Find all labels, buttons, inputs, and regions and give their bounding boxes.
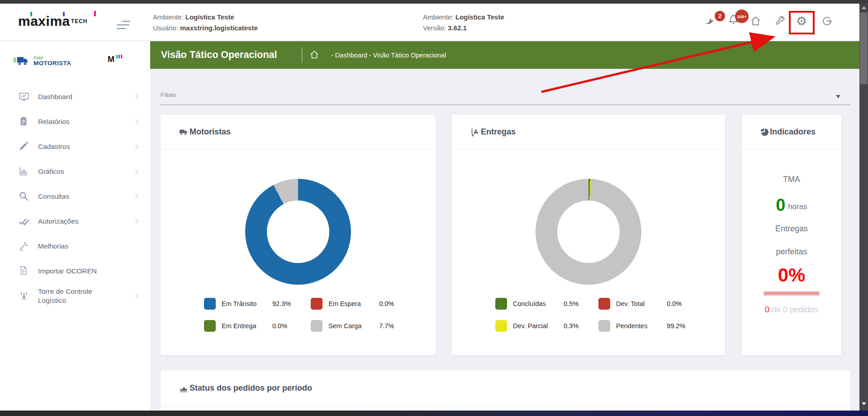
mini-m-text: M <box>108 55 114 64</box>
chevron-right-icon <box>133 169 138 174</box>
chevron-right-icon <box>133 94 138 99</box>
ambiente-label: Ambiente: <box>153 13 184 21</box>
home-icon <box>750 15 761 27</box>
sidebar-item-importar-ocoren[interactable]: Importar OCOREN <box>0 258 150 283</box>
chevron-right-icon <box>133 293 138 298</box>
legend-swatch <box>204 298 216 310</box>
page-title: Visão Tático Operacional <box>161 49 277 61</box>
main-content: Filiais Motoristas Em Trâ <box>150 69 859 411</box>
usuario-value: maxstring.logisticateste <box>180 24 258 32</box>
truck-icon <box>13 54 30 67</box>
logo-suffix-text: TECH <box>71 18 88 24</box>
home-button[interactable] <box>750 15 761 27</box>
motoristas-legend: Em Trânsito 92.3% Em Espera 0.0% Em Entr… <box>204 298 394 332</box>
top-header: maximaTECH Ambiente: Logística Teste Usu… <box>0 4 859 41</box>
sidebar-item-graficos[interactable]: Gráficos <box>0 159 150 184</box>
tma-value: 0 <box>776 196 785 215</box>
pedidos-count-value: 0 <box>765 305 769 314</box>
sidebar-item-autorizacoes[interactable]: Autorizações <box>0 209 150 234</box>
entregas-perfeitas-line1: Entregas <box>742 224 841 234</box>
magic-wand-icon <box>18 240 30 252</box>
legend-swatch <box>204 320 216 332</box>
legend-item: Em Entrega 0.0% <box>204 320 291 332</box>
sidebar-toggle-button[interactable] <box>117 21 131 30</box>
legend-label: Dev. Parcial <box>513 322 564 330</box>
legend-item: Em Espera 0.0% <box>311 298 394 310</box>
sidebar-item-label: Importar OCOREN <box>38 267 118 276</box>
maxima-tech-logo: maximaTECH <box>18 14 109 33</box>
tools-button[interactable] <box>774 15 786 27</box>
maxima-mini-logo: M <box>108 55 122 64</box>
triangle-up-icon <box>862 6 866 9</box>
logo-green-tick <box>30 12 32 16</box>
breadcrumb-home-icon[interactable] <box>309 50 319 62</box>
scroll-down-button[interactable] <box>859 400 868 408</box>
document-icon <box>18 265 30 277</box>
double-check-icon <box>18 215 30 227</box>
legend-value: 0.0% <box>379 300 394 307</box>
select-underline <box>161 105 850 105</box>
sidebar-item-dashboard[interactable]: Dashboard <box>0 84 150 109</box>
app-window: maximaTECH Ambiente: Logística Teste Usu… <box>0 0 868 416</box>
versao-value: 3.62.1 <box>448 24 467 32</box>
indicadores-card-title: Indicadores <box>770 127 816 137</box>
scroll-up-button[interactable] <box>859 4 868 12</box>
sidebar-item-cadastros[interactable]: Cadastros <box>0 134 150 159</box>
pie-chart-icon <box>760 128 769 137</box>
motoristas-donut-chart <box>245 179 351 285</box>
legend-label: Dev. Total <box>616 300 667 307</box>
sidebar-item-label: Relatórios <box>38 117 118 126</box>
perfect-deliveries-progress-bar <box>764 292 820 295</box>
browser-top-edge <box>0 0 868 4</box>
perfect-deliveries-percent: 0% <box>742 264 841 286</box>
scrollbar-thumb[interactable] <box>860 13 868 84</box>
legend-value: 7.7% <box>379 322 394 330</box>
legend-item: Concluídas 0.5% <box>495 298 579 310</box>
sidebar-item-label: Dashboard <box>38 92 118 101</box>
legend-item: Dev. Parcial 0.3% <box>495 320 579 332</box>
versao-label: Versão: <box>423 24 446 32</box>
legend-value: 0.0% <box>667 300 682 307</box>
legend-value: 0.5% <box>564 300 579 307</box>
status-pedidos-card: Status dos pedidos por período <box>161 370 850 411</box>
sidebar-item-label: Consultas <box>38 192 118 201</box>
logout-icon <box>821 15 833 27</box>
settings-button[interactable]: ⚙ <box>796 15 807 28</box>
legend-value: 99.2% <box>667 322 685 330</box>
entregas-card-title: Entregas <box>481 127 516 137</box>
pencil-icon <box>18 141 30 153</box>
sidebar-item-label: Autorizações <box>38 217 118 226</box>
entregas-donut-chart <box>536 179 641 285</box>
motoristas-card-title: Motoristas <box>190 127 231 137</box>
legend-swatch <box>495 320 507 332</box>
legend-label: Em Entrega <box>222 322 272 330</box>
legend-value: 0.3% <box>564 322 579 330</box>
entregas-perfeitas-line2: perfeitas <box>742 247 841 257</box>
entregas-card: Entregas Concluídas 0.5% Dev. Total 0.0%… <box>452 115 725 355</box>
legend-item: Sem Carga 7.7% <box>311 320 394 332</box>
status-card-header: Status dos pedidos por período <box>161 370 850 406</box>
announcements-count-badge[interactable]: 2 <box>715 11 725 21</box>
ambiente-value: Logística Teste <box>185 13 234 21</box>
pedidos-count-rest: de 0 pedidos <box>769 305 818 314</box>
page-scrollbar[interactable] <box>859 4 868 411</box>
legend-swatch <box>598 298 610 310</box>
area-chart-icon <box>179 383 189 393</box>
pedidos-count: 0 de 0 pedidos <box>742 305 841 315</box>
triangle-down-icon <box>862 402 866 405</box>
filiais-select[interactable]: Filiais <box>161 91 850 106</box>
notifications-count-badge[interactable]: 100+ <box>735 10 749 23</box>
legend-label: Em Trânsito <box>222 300 272 307</box>
legend-item: Em Trânsito 92.3% <box>204 298 291 310</box>
sidebar-item-melhorias[interactable]: Melhorias <box>0 234 150 258</box>
sidebar-item-torre-controle[interactable]: Torre de Controle Logístico <box>0 283 150 308</box>
tma-label: TMA <box>742 175 841 184</box>
sidebar-item-relatorios[interactable]: Relatórios <box>0 109 150 134</box>
legend-value: 92.3% <box>272 300 291 307</box>
motoristas-card: Motoristas Em Trânsito 92.3% Em Espera 0… <box>161 115 436 355</box>
truck-icon <box>179 127 189 137</box>
logout-button[interactable] <box>821 15 833 27</box>
wrench-icon <box>774 15 786 27</box>
sidebar-item-consultas[interactable]: Consultas <box>0 184 150 209</box>
legend-label: Em Espera <box>328 300 379 307</box>
